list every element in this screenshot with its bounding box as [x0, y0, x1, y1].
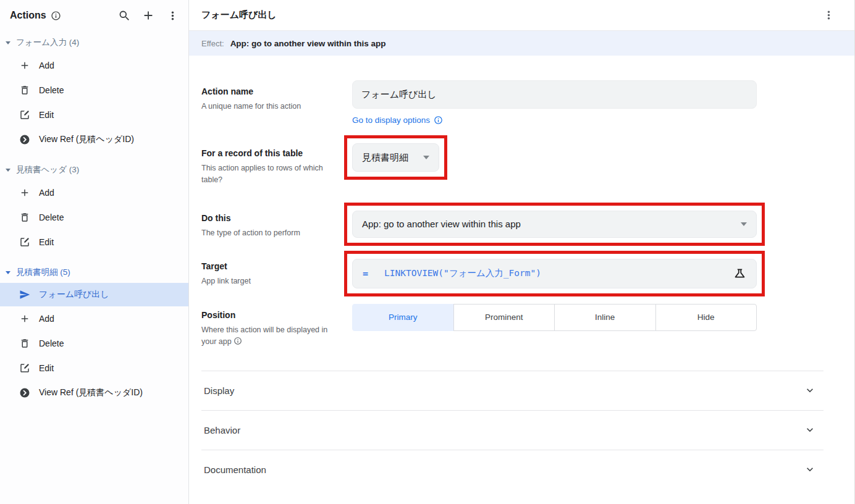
actions-tree: フォーム入力 (4) Add Delete Edit View Ref (見積ヘ… [0, 31, 188, 405]
record-table-label: For a record of this table [201, 148, 352, 158]
target-formula: LINKTOVIEW("フォーム入力_Form") [384, 267, 717, 279]
action-name-row: Action name A unique name for this actio… [201, 80, 854, 125]
tree-item-delete[interactable]: Delete [0, 78, 188, 103]
annotation-box-target: = LINKTOVIEW("フォーム入力_Form") [344, 251, 765, 296]
sidebar-header: Actions [0, 0, 188, 31]
do-this-row: Do this The type of action to perform Ap… [201, 203, 854, 246]
tree-item-edit[interactable]: Edit [0, 356, 188, 380]
collapsible-sections: Display Behavior Documentation [201, 371, 823, 489]
action-header: フォーム呼び出し [189, 0, 854, 31]
record-table-hint: This action applies to rows of which tab… [201, 162, 336, 187]
caret-down-icon [6, 271, 11, 274]
arrow-circle-icon [19, 387, 30, 398]
tree-item-label: フォーム呼び出し [39, 289, 109, 300]
info-icon [434, 116, 443, 125]
tree-group-form-input[interactable]: フォーム入力 (4) [0, 32, 188, 53]
kebab-menu-icon[interactable] [165, 8, 180, 23]
section-display[interactable]: Display [201, 371, 823, 410]
position-option-hide[interactable]: Hide [655, 304, 757, 331]
target-hint: App link target [201, 275, 336, 287]
tree-group-quote-detail[interactable]: 見積書明細 (5) [0, 262, 188, 283]
plus-icon [19, 60, 30, 71]
new-action-icon[interactable] [141, 8, 156, 23]
arrow-circle-icon [19, 134, 30, 145]
edit-icon [19, 237, 30, 248]
dropdown-arrow-icon [423, 156, 429, 159]
tree-item-label: Edit [39, 363, 54, 373]
caret-down-icon [6, 169, 11, 172]
position-label: Position [201, 310, 352, 320]
position-row: Position Where this action will be displ… [201, 304, 854, 348]
tree-item-view-ref[interactable]: View Ref (見積書ヘッダID) [0, 380, 188, 405]
effect-label: Effect: [201, 39, 224, 48]
annotation-box-table: 見積書明細 [344, 135, 447, 180]
trash-icon [19, 85, 30, 96]
search-icon[interactable] [117, 8, 132, 23]
send-icon [19, 289, 30, 300]
position-option-prominent[interactable]: Prominent [453, 304, 555, 331]
dropdown-arrow-icon [741, 222, 747, 226]
flask-icon[interactable] [733, 267, 746, 280]
trash-icon [19, 212, 30, 223]
position-segmented-control: Primary Prominent Inline Hide [352, 304, 757, 331]
do-this-select[interactable]: App: go to another view within this app [352, 211, 757, 238]
actions-sidebar: Actions フォーム入力 (4) Add Delete [0, 0, 189, 504]
chevron-down-icon [804, 384, 816, 397]
tree-group-quote-header[interactable]: 見積書ヘッダ (3) [0, 159, 188, 180]
action-title: フォーム呼び出し [201, 9, 277, 21]
tree-item-add[interactable]: Add [0, 306, 188, 331]
appsheet-actions-editor: Actions フォーム入力 (4) Add Delete [0, 0, 855, 504]
tree-item-label: Edit [39, 110, 54, 120]
do-this-hint: The type of action to perform [201, 227, 336, 239]
action-kebab-menu-icon[interactable] [821, 8, 836, 23]
tree-group-label: 見積書明細 (5) [16, 267, 70, 278]
equals-sign: = [363, 268, 368, 279]
tree-group-label: 見積書ヘッダ (3) [16, 164, 79, 175]
tree-item-view-ref[interactable]: View Ref (見積ヘッダID) [0, 127, 188, 152]
edit-icon [19, 363, 30, 374]
section-documentation[interactable]: Documentation [201, 450, 823, 489]
edit-icon [19, 109, 30, 120]
tree-item-delete[interactable]: Delete [0, 331, 188, 356]
action-detail-panel: フォーム呼び出し Effect: App: go to another view… [189, 0, 854, 504]
action-name-hint: A unique name for this action [201, 101, 336, 112]
position-option-primary[interactable]: Primary [352, 304, 454, 331]
info-icon[interactable] [51, 10, 61, 21]
plus-icon [19, 313, 30, 324]
section-behavior[interactable]: Behavior [201, 410, 823, 450]
tree-item-edit[interactable]: Edit [0, 230, 188, 254]
chevron-down-icon [804, 463, 816, 476]
target-label: Target [201, 261, 352, 271]
tree-item-label: View Ref (見積ヘッダID) [39, 134, 134, 145]
tree-item-label: Delete [39, 338, 64, 348]
record-table-select[interactable]: 見積書明細 [352, 143, 439, 172]
position-option-inline[interactable]: Inline [554, 304, 656, 331]
tree-item-add[interactable]: Add [0, 180, 188, 205]
tree-item-delete[interactable]: Delete [0, 205, 188, 230]
target-formula-field[interactable]: = LINKTOVIEW("フォーム入力_Form") [352, 259, 757, 288]
go-to-display-options-link[interactable]: Go to display options [352, 116, 443, 125]
caret-down-icon [6, 41, 11, 44]
tree-item-label: Delete [39, 212, 64, 222]
position-hint: Where this action will be displayed in y… [201, 324, 336, 348]
plus-icon [19, 187, 30, 198]
annotation-box-do-this: App: go to another view within this app [344, 203, 765, 246]
target-row: Target App link target = LINKTOVIEW("フォー… [201, 251, 854, 296]
tree-item-label: Add [39, 61, 54, 70]
tree-item-form-call[interactable]: フォーム呼び出し [0, 283, 188, 306]
effect-banner: Effect: App: go to another view within t… [189, 31, 854, 56]
tree-item-label: Add [39, 314, 54, 324]
tree-item-edit[interactable]: Edit [0, 103, 188, 127]
tree-item-label: Delete [39, 85, 64, 95]
effect-value: App: go to another view within this app [230, 39, 386, 48]
action-name-input[interactable]: フォーム呼び出し [352, 80, 757, 109]
tree-item-add[interactable]: Add [0, 53, 188, 78]
action-form: Action name A unique name for this actio… [189, 56, 854, 489]
record-table-row: For a record of this table This action a… [201, 135, 854, 187]
sidebar-title: Actions [10, 10, 46, 21]
action-name-label: Action name [201, 86, 352, 96]
tree-group-label: フォーム入力 (4) [16, 37, 79, 48]
trash-icon [19, 338, 30, 349]
tree-item-label: Edit [39, 237, 54, 247]
do-this-label: Do this [201, 213, 352, 223]
